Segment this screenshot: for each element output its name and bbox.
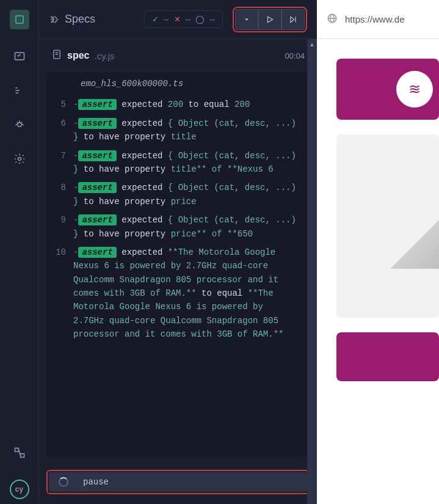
- main-panel: Specs ✓ -- ✕ -- ◯ -- spec .cy.js 0: [39, 0, 317, 504]
- spinner-icon: [59, 477, 68, 487]
- pass-count: --: [164, 15, 169, 24]
- log-body: -assert expected { Object (cat, desc, ..…: [73, 117, 302, 144]
- command-log[interactable]: emo_hls_600k00000.ts 5-assert expected 2…: [46, 72, 310, 458]
- top-bar: Specs ✓ -- ✕ -- ◯ --: [39, 0, 317, 39]
- pause-label: pause: [83, 477, 109, 487]
- globe-icon: [327, 13, 338, 26]
- specs-title: Specs: [65, 13, 95, 26]
- spec-time: 00:04: [285, 51, 305, 60]
- pending-icon: ◯: [195, 15, 205, 24]
- log-body: -assert expected { Object (cat, desc, ..…: [73, 149, 302, 177]
- assert-tag: assert: [78, 99, 116, 110]
- assert-tag: assert: [78, 247, 116, 258]
- pause-row[interactable]: pause: [49, 472, 307, 492]
- nav-integration-icon[interactable]: [12, 445, 27, 460]
- svg-rect-13: [20, 454, 24, 458]
- log-line-number: 6: [54, 117, 73, 144]
- log-row[interactable]: 7-assert expected { Object (cat, desc, .…: [46, 147, 310, 179]
- spec-header[interactable]: spec .cy.js 00:04: [39, 39, 317, 72]
- log-line-number: 8: [54, 181, 73, 208]
- log-line-number: 10: [54, 246, 73, 341]
- nav-debug-icon[interactable]: [12, 117, 27, 132]
- svg-line-14: [18, 450, 20, 456]
- log-line-number: 7: [54, 149, 73, 177]
- log-body: -assert expected { Object (cat, desc, ..…: [73, 181, 302, 208]
- assert-tag: assert: [78, 118, 116, 129]
- check-icon: ✓: [152, 15, 159, 24]
- chevron-down-icon: [243, 16, 250, 23]
- left-nav-rail: cy: [0, 0, 39, 504]
- assert-tag: assert: [78, 214, 116, 225]
- svg-marker-19: [291, 16, 294, 22]
- collapse-icon: [49, 14, 60, 25]
- svg-marker-18: [268, 16, 273, 22]
- svg-rect-0: [16, 16, 23, 23]
- step-icon: [289, 15, 297, 24]
- step-button[interactable]: [281, 9, 305, 30]
- scrollbar[interactable]: ▲: [307, 39, 317, 504]
- preview-product: [336, 134, 439, 318]
- nav-settings-icon[interactable]: [12, 152, 27, 166]
- pending-count: --: [209, 15, 215, 24]
- log-line-number: 5: [54, 98, 73, 111]
- preview-logo-icon: ≋: [396, 71, 433, 108]
- nav-runs-icon[interactable]: [12, 49, 27, 64]
- assert-tag: assert: [78, 150, 116, 161]
- log-body: -assert expected { Object (cat, desc, ..…: [73, 213, 302, 241]
- svg-rect-1: [15, 53, 24, 60]
- file-icon: [51, 49, 62, 62]
- fail-count: --: [186, 15, 191, 24]
- spec-name: spec: [67, 50, 89, 61]
- url-bar: https://www.de: [317, 0, 439, 39]
- svg-rect-12: [15, 448, 18, 452]
- spec-ext: .cy.js: [94, 51, 114, 61]
- log-row[interactable]: 6-assert expected { Object (cat, desc, .…: [46, 114, 310, 147]
- specs-breadcrumb[interactable]: Specs: [49, 13, 95, 26]
- log-row[interactable]: 8-assert expected { Object (cat, desc, .…: [46, 178, 310, 211]
- log-row[interactable]: 10-assert expected **The Motorola Google…: [46, 243, 310, 344]
- pause-highlight: pause: [46, 470, 310, 494]
- log-preamble: emo_hls_600k00000.ts: [46, 77, 310, 95]
- preview-footer: [336, 332, 439, 381]
- log-line-number: 9: [54, 213, 73, 241]
- log-body: -assert expected **The Motorola Google N…: [73, 246, 302, 341]
- playback-controls: [233, 7, 307, 32]
- run-stats: ✓ -- ✕ -- ◯ --: [144, 10, 223, 28]
- cypress-logo[interactable]: cy: [10, 480, 29, 499]
- dropdown-button[interactable]: [235, 9, 258, 30]
- nav-specs-icon[interactable]: [10, 10, 29, 29]
- assert-tag: assert: [78, 182, 116, 193]
- play-button[interactable]: [258, 9, 281, 30]
- log-row[interactable]: 5-assert expected 200 to equal 200: [46, 95, 310, 114]
- svg-point-5: [17, 123, 21, 127]
- svg-point-11: [18, 158, 21, 161]
- scroll-up-icon[interactable]: ▲: [307, 39, 317, 49]
- svg-line-9: [16, 122, 18, 123]
- app-preview: https://www.de ≋: [317, 0, 439, 504]
- play-icon: [266, 15, 274, 24]
- preview-shadow: [390, 220, 439, 269]
- x-icon: ✕: [174, 15, 181, 24]
- log-body: -assert expected 200 to equal 200: [73, 98, 302, 111]
- log-row[interactable]: 9-assert expected { Object (cat, desc, .…: [46, 211, 310, 243]
- svg-line-10: [21, 122, 22, 123]
- preview-banner: ≋: [336, 59, 439, 120]
- nav-list-icon[interactable]: [12, 83, 27, 98]
- url-text[interactable]: https://www.de: [345, 14, 405, 24]
